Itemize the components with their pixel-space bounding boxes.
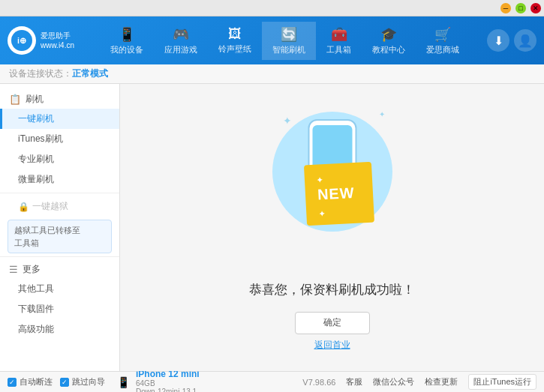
logo-circle: i⊕ <box>8 26 36 55</box>
sidebar-jailbreak-note: 越狱工具已转移至工具箱 <box>8 220 112 253</box>
customer-service-link[interactable]: 客服 <box>346 376 362 388</box>
flash-section-icon: 📋 <box>9 94 21 105</box>
header: i⊕ 爱思助手 www.i4.cn 📱 我的设备 🎮 应用游戏 🖼 铃声壁纸 🔄… <box>0 16 544 64</box>
more-section-label: 更多 <box>23 263 41 276</box>
device-icon: 📱 <box>117 376 130 388</box>
jailbreak-label: 一键越狱 <box>32 200 68 213</box>
wechat-link[interactable]: 微信公众号 <box>373 376 414 388</box>
onekey-flash-label: 一键刷机 <box>18 113 54 124</box>
bottom-right: V7.98.66 客服 微信公众号 检查更新 阻止iTunes运行 <box>302 374 536 390</box>
nav-smart-flash-label: 智能刷机 <box>272 44 305 55</box>
nav-store[interactable]: 🛒 爱思商城 <box>416 22 470 60</box>
my-device-icon: 📱 <box>119 26 135 43</box>
store-icon: 🛒 <box>434 26 451 43</box>
lock-icon: 🔒 <box>18 202 29 212</box>
sidebar-item-advanced[interactable]: 高级功能 <box>0 319 119 340</box>
sidebar-item-download-firmware[interactable]: 下载固件 <box>0 299 119 319</box>
device-info-group: 📱 iPhone 12 mini 64GB Down-12mini-13,1 <box>117 369 200 393</box>
nav-bar: 📱 我的设备 🎮 应用游戏 🖼 铃声壁纸 🔄 智能刷机 🧰 工具箱 🎓 教程中心… <box>83 22 487 60</box>
maximize-button[interactable]: □ <box>515 3 526 13</box>
jailbreak-note-text: 越狱工具已转移至工具箱 <box>14 226 80 247</box>
logo-text: 爱思助手 www.i4.cn <box>41 31 74 50</box>
skip-wizard-check-icon: ✓ <box>62 379 68 386</box>
window-controls: ─ □ ✕ <box>497 3 541 13</box>
new-badge: NEW <box>303 161 374 226</box>
sidebar: 📋 刷机 一键刷机 iTunes刷机 专业刷机 微量刷机 🔒 一键越狱 越狱工具… <box>0 84 120 371</box>
sidebar-item-other-tools[interactable]: 其他工具 <box>0 279 119 299</box>
pro-flash-label: 专业刷机 <box>18 154 54 164</box>
header-right: ⬇ 👤 <box>487 29 536 52</box>
content-area: ✦ ✦ NEW 恭喜您，保资料刷机成功啦！ 确定 返回首业 <box>120 84 544 371</box>
auto-disconnect-label[interactable]: 自动断连 <box>20 376 53 388</box>
nav-apps-games-label: 应用游戏 <box>164 44 197 55</box>
nav-tutorials[interactable]: 🎓 教程中心 <box>362 22 416 60</box>
apps-games-icon: 🎮 <box>173 26 189 43</box>
skip-wizard-group: ✓ 跳过向导 <box>60 376 105 388</box>
minimize-button[interactable]: ─ <box>500 3 511 13</box>
sidebar-section-flash[interactable]: 📋 刷机 <box>0 90 119 109</box>
statusbar: 设备连接状态： 正常模式 <box>0 64 544 84</box>
sidebar-item-itunes-flash[interactable]: iTunes刷机 <box>0 129 119 149</box>
nav-toolbox[interactable]: 🧰 工具箱 <box>316 22 362 60</box>
sidebar-item-onekey-flash[interactable]: 一键刷机 <box>0 109 119 129</box>
sidebar-section-more[interactable]: ☰ 更多 <box>0 260 119 279</box>
again-link[interactable]: 返回首业 <box>314 339 350 352</box>
sidebar-section-jailbreak: 🔒 一键越狱 <box>0 196 119 217</box>
nav-tutorials-label: 教程中心 <box>372 44 405 55</box>
confirm-button[interactable]: 确定 <box>295 312 370 334</box>
bottom-left: ✓ 自动断连 ✓ 跳过向导 📱 iPhone 12 mini 64GB Down… <box>8 369 302 393</box>
smart-flash-icon: 🔄 <box>281 26 297 43</box>
nav-ringtone-wallpaper[interactable]: 🖼 铃声壁纸 <box>208 22 262 60</box>
skip-wizard-label[interactable]: 跳过向导 <box>72 376 105 388</box>
device-storage: 64GB <box>136 379 200 388</box>
ringtone-wallpaper-icon: 🖼 <box>228 26 242 42</box>
other-tools-label: 其他工具 <box>18 283 54 294</box>
sidebar-item-pro-flash[interactable]: 专业刷机 <box>0 149 119 169</box>
user-button[interactable]: 👤 <box>514 29 536 52</box>
nav-store-label: 爱思商城 <box>426 44 459 55</box>
sparkle-tr-icon: ✦ <box>379 110 385 118</box>
device-info: iPhone 12 mini 64GB Down-12mini-13,1 <box>136 369 200 393</box>
sidebar-item-micro-flash[interactable]: 微量刷机 <box>0 169 119 190</box>
sidebar-divider-1 <box>0 193 119 193</box>
nav-smart-flash[interactable]: 🔄 智能刷机 <box>262 22 316 60</box>
close-button[interactable]: ✕ <box>530 3 541 13</box>
logo-icon: i⊕ <box>11 30 32 51</box>
logo-area: i⊕ 爱思助手 www.i4.cn <box>8 26 83 55</box>
toolbox-icon: 🧰 <box>331 26 347 43</box>
status-label: 设备连接状态： <box>9 67 72 80</box>
bottombar: ✓ 自动断连 ✓ 跳过向导 📱 iPhone 12 mini 64GB Down… <box>0 371 544 392</box>
nav-ringtone-wallpaper-label: 铃声壁纸 <box>218 43 251 55</box>
version-label: V7.98.66 <box>302 378 335 387</box>
skip-wizard-checkbox[interactable]: ✓ <box>60 378 69 387</box>
confirm-label: 确定 <box>323 316 341 329</box>
logo-url: www.i4.cn <box>41 40 74 50</box>
advanced-label: 高级功能 <box>18 324 54 334</box>
main-layout: 📋 刷机 一键刷机 iTunes刷机 专业刷机 微量刷机 🔒 一键越狱 越狱工具… <box>0 84 544 371</box>
sidebar-divider-2 <box>0 256 119 257</box>
nav-apps-games[interactable]: 🎮 应用游戏 <box>154 22 208 60</box>
phone-illustration: ✦ ✦ NEW <box>265 104 400 269</box>
more-section-icon: ☰ <box>9 264 18 275</box>
tutorials-icon: 🎓 <box>380 26 397 43</box>
device-model: Down-12mini-13,1 <box>136 388 200 393</box>
download-firmware-label: 下载固件 <box>18 304 54 314</box>
nav-toolbox-label: 工具箱 <box>326 44 351 55</box>
nav-my-device[interactable]: 📱 我的设备 <box>100 22 154 60</box>
download-button[interactable]: ⬇ <box>487 29 509 52</box>
micro-flash-label: 微量刷机 <box>18 174 54 184</box>
titlebar: ─ □ ✕ <box>0 0 544 16</box>
flash-section-label: 刷机 <box>26 93 44 106</box>
stop-itunes-button[interactable]: 阻止iTunes运行 <box>468 374 536 390</box>
sparkle-tl-icon: ✦ <box>283 115 292 127</box>
auto-disconnect-group: ✓ 自动断连 <box>8 376 53 388</box>
nav-my-device-label: 我的设备 <box>110 44 143 55</box>
auto-disconnect-checkbox[interactable]: ✓ <box>8 378 17 387</box>
check-update-link[interactable]: 检查更新 <box>425 376 458 388</box>
checkbox-check-icon: ✓ <box>9 379 15 386</box>
success-message: 恭喜您，保资料刷机成功啦！ <box>249 281 415 298</box>
logo-name: 爱思助手 <box>41 31 74 40</box>
status-value: 正常模式 <box>72 67 108 80</box>
itunes-flash-label: iTunes刷机 <box>18 133 63 144</box>
